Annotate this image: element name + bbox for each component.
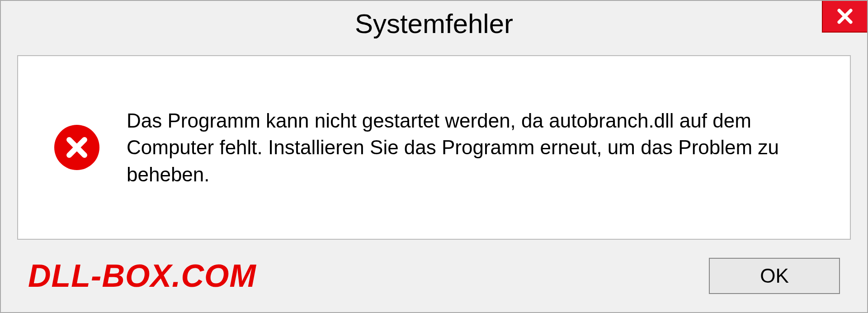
dialog-title: Systemfehler	[355, 8, 513, 39]
error-icon-wrap	[54, 125, 99, 170]
watermark-text: DLL-BOX.COM	[28, 258, 256, 294]
error-icon	[54, 125, 99, 170]
ok-button[interactable]: OK	[709, 258, 840, 294]
close-button[interactable]	[822, 1, 867, 33]
error-message: Das Programm kann nicht gestartet werden…	[127, 107, 818, 188]
dialog-footer: DLL-BOX.COM OK	[1, 240, 867, 312]
close-icon	[835, 6, 855, 26]
content-panel: Das Programm kann nicht gestartet werden…	[17, 55, 851, 240]
error-dialog: Systemfehler Das Programm kann nicht ges…	[0, 0, 868, 313]
titlebar: Systemfehler	[1, 1, 867, 46]
